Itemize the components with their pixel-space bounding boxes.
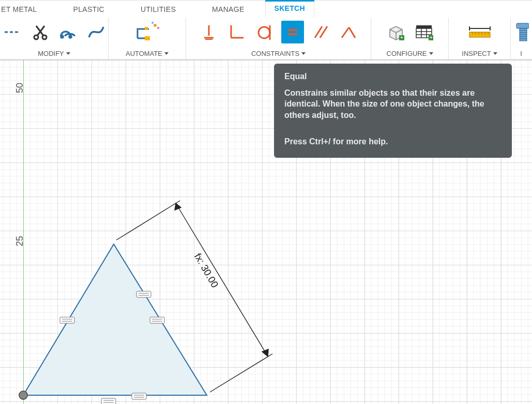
- svg-marker-7: [145, 27, 148, 30]
- svg-point-4: [154, 24, 157, 27]
- triangle-profile: [23, 244, 207, 395]
- perpendicular-constraint-icon[interactable]: [225, 21, 248, 43]
- caret-icon: [493, 52, 497, 55]
- caret-icon: [429, 52, 433, 55]
- tooltip-title: Equal: [284, 71, 501, 82]
- svg-line-20: [342, 27, 349, 38]
- equal-glyph-right-lower: [150, 317, 164, 323]
- svg-line-70: [176, 203, 268, 356]
- trim-icon[interactable]: [1, 21, 24, 43]
- measure-icon[interactable]: [465, 21, 494, 43]
- caret-icon: [164, 52, 169, 55]
- caret-icon: [66, 52, 70, 55]
- equal-glyph-bottom: [132, 393, 146, 399]
- svg-point-5: [157, 27, 159, 29]
- panel-inspect-label[interactable]: INSPECT: [462, 50, 497, 57]
- tooltip-equal: Equal Constrains similar objects so that…: [274, 64, 512, 158]
- svg-point-6: [151, 22, 154, 24]
- svg-line-69: [210, 354, 272, 392]
- svg-rect-59: [150, 317, 164, 323]
- caret-icon: [301, 52, 306, 55]
- configure-cube-icon[interactable]: +: [385, 21, 407, 43]
- auto-constrain-icon[interactable]: [132, 21, 162, 43]
- panel-inspect-text: INSPECT: [462, 50, 491, 57]
- panel-automate-text: AUTOMATE: [126, 50, 162, 57]
- axis-tick-25: 25: [14, 236, 25, 246]
- svg-line-21: [349, 27, 355, 38]
- tab-strip: ET METAL PLASTIC UTILITIES MANAGE SKETCH: [0, 0, 532, 18]
- panel-modify: MODIFY: [0, 18, 109, 59]
- axis-tick-50: 50: [14, 83, 25, 93]
- svg-line-68: [116, 201, 180, 240]
- tab-sheet-metal[interactable]: ET METAL: [0, 5, 47, 13]
- tab-manage[interactable]: MANAGE: [203, 5, 253, 13]
- equal-constraint-icon[interactable]: [281, 21, 304, 43]
- svg-point-3: [69, 36, 71, 38]
- svg-rect-62: [132, 393, 146, 399]
- configure-table-icon[interactable]: +: [413, 21, 435, 43]
- svg-marker-71: [175, 203, 181, 210]
- horizontal-vertical-constraint-icon[interactable]: [197, 21, 220, 43]
- dimension-label[interactable]: fx: 30.00: [192, 251, 220, 290]
- svg-text:+: +: [400, 35, 403, 40]
- panel-configure-text: CONFIGURE: [387, 50, 427, 57]
- bolt-icon[interactable]: [510, 21, 532, 43]
- spline-icon[interactable]: [85, 21, 108, 43]
- dimension-30: [116, 201, 272, 392]
- tangent-constraint-icon[interactable]: [253, 21, 276, 43]
- panel-insert-text: I: [520, 50, 522, 57]
- tab-sketch[interactable]: SKETCH: [265, 0, 314, 18]
- tooltip-help: Press Ctrl+/ for more help.: [284, 136, 501, 147]
- tab-utilities[interactable]: UTILITIES: [131, 5, 185, 13]
- panel-constraints-label[interactable]: CONSTRAINTS: [251, 50, 306, 57]
- offset-icon[interactable]: [57, 21, 80, 43]
- tooltip-body: Constrains similar objects so that their…: [284, 87, 501, 121]
- panel-modify-text: MODIFY: [38, 50, 64, 57]
- panel-insert-cut: I: [511, 18, 531, 59]
- panel-automate: AUTOMATE: [109, 18, 186, 59]
- panel-automate-label[interactable]: AUTOMATE: [126, 50, 169, 57]
- svg-rect-56: [136, 291, 151, 297]
- svg-marker-8: [145, 36, 150, 40]
- scissors-icon[interactable]: [29, 21, 52, 43]
- panel-configure-label[interactable]: CONFIGURE: [387, 50, 433, 57]
- panel-configure: + + CONFIGURE: [371, 18, 449, 59]
- panel-modify-label[interactable]: MODIFY: [38, 50, 70, 57]
- coincident-constraint-icon[interactable]: [337, 21, 360, 43]
- panel-constraints: CONSTRAINTS: [186, 18, 371, 59]
- svg-marker-72: [262, 349, 268, 356]
- svg-point-2: [61, 36, 63, 38]
- panel-inspect: INSPECT: [449, 18, 511, 59]
- ribbon: MODIFY AUTOMATE: [0, 18, 532, 60]
- svg-rect-46: [516, 23, 529, 28]
- svg-rect-53: [60, 317, 74, 323]
- svg-rect-28: [416, 25, 432, 28]
- y-axis: [23, 60, 24, 404]
- panel-constraints-text: CONSTRAINTS: [251, 50, 299, 57]
- equal-glyph-left: [60, 317, 74, 323]
- parallel-constraint-icon[interactable]: [309, 21, 332, 43]
- svg-rect-65: [101, 398, 116, 404]
- equal-glyph-bottom-2: [101, 398, 116, 404]
- equal-glyph-right-upper: [136, 291, 151, 297]
- svg-text:+: +: [430, 35, 433, 40]
- svg-point-14: [259, 27, 270, 38]
- tab-plastic[interactable]: PLASTIC: [64, 5, 114, 13]
